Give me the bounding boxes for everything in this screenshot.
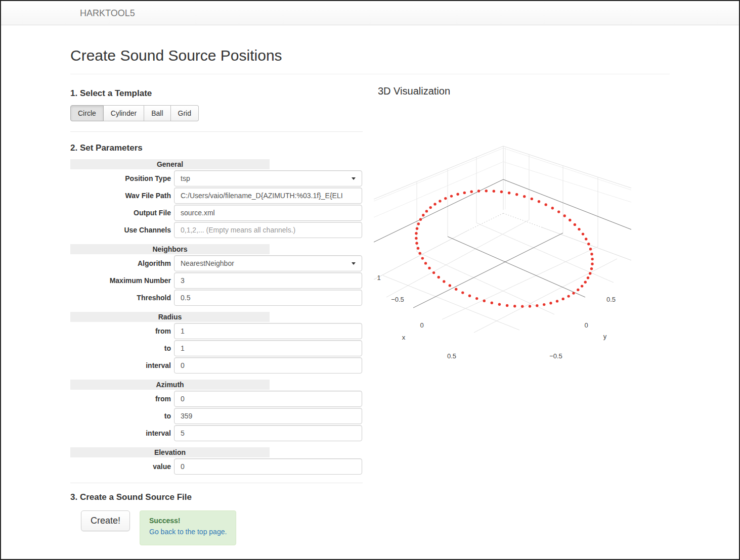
scatter-point [415, 242, 418, 245]
scatter-point [463, 192, 466, 194]
param-row: from [70, 391, 363, 407]
param-group-radius: Radius from to interval [70, 312, 363, 374]
field-label: Algorithm [70, 255, 171, 271]
maximum-number-input[interactable] [174, 272, 362, 289]
output-file-input[interactable] [174, 205, 362, 221]
navbar-brand[interactable]: HARKTOOL5 [80, 1, 135, 25]
param-row: Wav File Path [70, 188, 363, 204]
scatter-point [589, 248, 592, 250]
y-tick-label: 0.5 [606, 296, 616, 303]
scatter-point [456, 193, 459, 196]
create-button[interactable]: Create! [81, 510, 130, 531]
scatter-point [429, 206, 432, 209]
field-label: Output File [70, 205, 171, 221]
scatter-point [587, 276, 589, 279]
field-label: Maximum Number [70, 272, 171, 289]
scatter-point [432, 271, 435, 274]
scatter-point [587, 243, 590, 245]
radius-from-input[interactable] [174, 323, 362, 339]
page-title: Create Sound Source Positions [70, 47, 670, 64]
scatter-point [455, 288, 457, 291]
3d-plot-canvas: 1 −0.5 0 0.5 x 0.5 0 −0.5 y [370, 132, 638, 370]
scatter-point [506, 304, 508, 307]
scatter-point [591, 263, 593, 265]
scatter-point [443, 280, 445, 283]
scatter-point [419, 218, 422, 221]
scatter-point [491, 302, 493, 304]
scatter-point [416, 227, 418, 230]
param-row: Maximum Number [70, 272, 363, 289]
scatter-point [438, 276, 440, 278]
field-label: to [70, 408, 171, 424]
y-tick-label: −0.5 [549, 352, 562, 360]
scatter-point [584, 281, 587, 284]
scatter-point [536, 304, 538, 307]
scatter-point [425, 210, 428, 212]
scatter-point [493, 190, 495, 193]
3d-scatter-plot[interactable]: 1 −0.5 0 0.5 x 0.5 0 −0.5 y [370, 132, 638, 370]
scatter-point [521, 305, 524, 308]
visualization-heading: 3D Visualization [378, 85, 450, 97]
scatter-points [415, 190, 594, 308]
y-axis-title: y [603, 333, 607, 340]
field-label: Use Channels [70, 222, 171, 238]
elevation-value-input[interactable] [174, 458, 362, 475]
azimuth-interval-input[interactable] [174, 425, 362, 441]
title-divider [70, 74, 670, 74]
param-group-title: Radius [70, 312, 270, 322]
param-row: Use Channels [70, 222, 363, 238]
param-row: to [70, 340, 363, 356]
scatter-point [562, 298, 564, 300]
template-button-ball[interactable]: Ball [144, 105, 170, 121]
scatter-point [477, 190, 480, 192]
navbar: HARKTOOL5 [1, 1, 739, 25]
param-group-elevation: Elevation value [70, 447, 363, 475]
template-button-grid[interactable]: Grid [171, 105, 199, 121]
scatter-point [585, 238, 587, 240]
scatter-point [538, 200, 540, 203]
scatter-point [563, 214, 566, 217]
template-button-cylinder[interactable]: Cylinder [104, 105, 144, 121]
template-button-circle[interactable]: Circle [70, 105, 104, 121]
back-to-top-link[interactable]: Go back to the top page. [149, 528, 227, 536]
param-group-title: Azimuth [70, 380, 270, 390]
scatter-point [424, 262, 427, 264]
scatter-point [421, 257, 424, 259]
wav-file-path-input[interactable] [174, 188, 362, 204]
param-row: Position Type tsp [70, 170, 363, 186]
scatter-point [556, 300, 558, 302]
wall-edge-echo-lines [374, 148, 631, 217]
scatter-point [557, 210, 560, 213]
threshold-input[interactable] [174, 290, 362, 306]
scatter-point [545, 203, 547, 206]
radius-interval-input[interactable] [174, 357, 362, 374]
param-group-title: General [70, 159, 270, 169]
scatter-point [572, 292, 575, 294]
param-row: to [70, 408, 363, 424]
scatter-point [543, 303, 545, 306]
scatter-point [450, 195, 453, 197]
scatter-point [529, 305, 531, 307]
param-row: interval [70, 425, 363, 441]
scatter-point [574, 223, 576, 226]
azimuth-to-input[interactable] [174, 408, 362, 424]
x-tick-label: 0 [420, 321, 423, 329]
scatter-point [483, 300, 486, 302]
position-type-select[interactable]: tsp [174, 170, 362, 186]
param-group-azimuth: Azimuth from to interval [70, 380, 363, 441]
scatter-point [428, 267, 430, 269]
algorithm-select[interactable]: NearestNeighbor [174, 255, 362, 271]
scatter-point [523, 195, 526, 198]
scatter-point [419, 252, 421, 255]
scatter-point [415, 237, 417, 240]
scatter-point [449, 284, 451, 287]
radius-to-input[interactable] [174, 340, 362, 356]
scatter-point [581, 285, 583, 287]
use-channels-input[interactable] [174, 222, 362, 238]
field-label: Position Type [70, 170, 171, 186]
param-row: value [70, 458, 363, 475]
azimuth-from-input[interactable] [174, 391, 362, 407]
selected-value: tsp [181, 174, 190, 182]
form-column: 1. Select a Template Circle Cylinder Bal… [70, 88, 363, 545]
extra-tick-label: 1 [377, 274, 380, 282]
